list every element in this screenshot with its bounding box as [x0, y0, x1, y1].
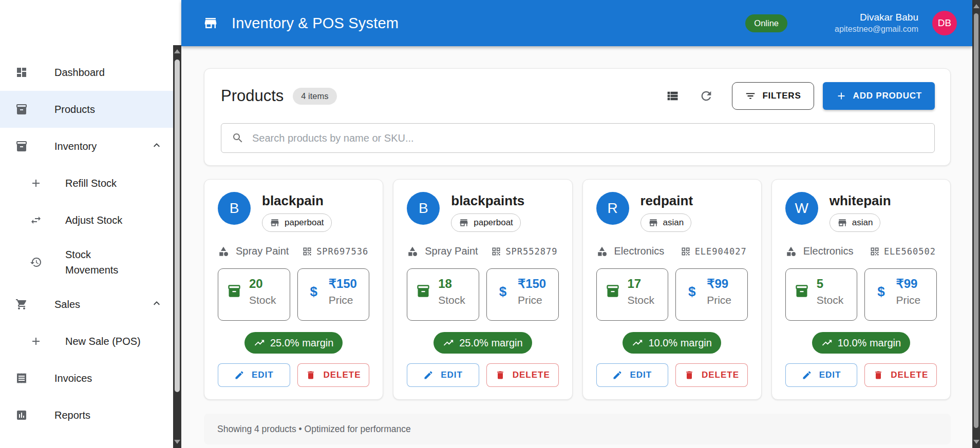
delete-button[interactable]: DELETE	[864, 363, 937, 387]
category-icon	[218, 246, 229, 257]
sidebar-item-invoices[interactable]: Invoices	[0, 360, 173, 397]
product-sku: ELE904027	[695, 246, 747, 257]
filters-button[interactable]: FILTERS	[732, 82, 814, 110]
sidebar: Dashboard Products Inventory Refill Stoc…	[0, 0, 173, 448]
dashboard-icon	[15, 66, 28, 79]
trash-icon	[495, 370, 505, 380]
avatar[interactable]: DB	[932, 11, 957, 35]
cart-icon	[15, 298, 28, 310]
page-title: Products	[221, 87, 284, 105]
sidebar-nav: Dashboard Products Inventory Refill Stoc…	[0, 54, 173, 434]
edit-button[interactable]: EDIT	[596, 363, 669, 387]
filters-button-label: FILTERS	[762, 91, 801, 101]
inventory-box-icon	[227, 284, 241, 300]
items-count-badge: 4 items	[293, 88, 336, 105]
sidebar-item-products[interactable]: Products	[0, 91, 173, 128]
product-stats: 18 Stock $ ₹150 Price	[407, 268, 558, 321]
qr-code-icon	[302, 246, 312, 257]
dollar-icon: $	[496, 285, 510, 298]
page-scrollbar-thumb[interactable]	[974, 13, 978, 428]
delete-button[interactable]: DELETE	[675, 363, 748, 387]
list-view-icon[interactable]	[665, 89, 680, 103]
delete-button-label: DELETE	[891, 370, 928, 380]
edit-button[interactable]: EDIT	[785, 363, 858, 387]
sidebar-scrollbar[interactable]	[173, 45, 181, 448]
plus-icon	[30, 335, 42, 347]
page-scrollbar[interactable]	[972, 0, 980, 448]
sidebar-item-label: Adjust Stock	[65, 212, 142, 228]
sidebar-item-label: Inventory	[54, 141, 97, 152]
pencil-icon	[802, 370, 812, 380]
sidebar-item-label: Refill Stock	[65, 176, 142, 191]
sidebar-item-new-sale-pos[interactable]: New Sale (POS)	[0, 323, 173, 360]
product-avatar: B	[218, 192, 251, 225]
scroll-down-arrow-icon[interactable]	[973, 440, 979, 444]
price-value: ₹150	[329, 277, 357, 291]
scroll-up-arrow-icon[interactable]	[174, 49, 180, 53]
dollar-icon: $	[874, 285, 888, 298]
edit-button[interactable]: EDIT	[218, 363, 290, 387]
brand-chip: paperboat	[262, 213, 332, 232]
margin-badge: 25.0% margin	[244, 332, 343, 354]
sidebar-item-inventory[interactable]: Inventory	[0, 128, 173, 165]
scroll-down-arrow-icon[interactable]	[174, 440, 180, 444]
sidebar-item-label: New Sale (POS)	[65, 334, 147, 349]
price-label: Price	[896, 294, 920, 306]
sidebar-item-refill-stock[interactable]: Refill Stock	[0, 165, 173, 202]
search-input[interactable]	[252, 132, 926, 144]
history-icon	[30, 256, 42, 268]
edit-button[interactable]: EDIT	[407, 363, 479, 387]
delete-button[interactable]: DELETE	[297, 363, 370, 387]
brand-chip: asian	[830, 213, 881, 232]
stock-value: 5	[817, 277, 844, 291]
product-sku: ELE560502	[884, 246, 936, 257]
edit-button-label: EDIT	[252, 370, 274, 380]
stock-stat-box: 5 Stock	[785, 268, 858, 321]
product-sku: SPR697536	[316, 246, 368, 257]
price-stat-box: $ ₹99 Price	[864, 268, 937, 321]
plus-icon	[30, 177, 42, 189]
product-avatar: W	[785, 192, 818, 225]
sidebar-item-sales[interactable]: Sales	[0, 286, 173, 323]
trash-icon	[306, 370, 316, 380]
refresh-icon[interactable]	[699, 89, 713, 103]
store-icon	[459, 218, 469, 228]
trending-up-icon	[254, 337, 265, 348]
sidebar-item-stock-movements[interactable]: Stock Movements	[0, 239, 173, 286]
edit-button-label: EDIT	[441, 370, 463, 380]
brand-chip-label: paperboat	[474, 218, 513, 228]
sidebar-item-reports[interactable]: Reports	[0, 397, 173, 434]
product-card: B blackpaints paperboat Spray Paint SPR5…	[393, 179, 572, 400]
qr-code-icon	[681, 246, 691, 257]
sidebar-scrollbar-thumb[interactable]	[175, 60, 180, 392]
product-meta-row: Spray Paint SPR697536	[218, 245, 369, 257]
price-value: ₹150	[518, 277, 546, 291]
add-product-button[interactable]: ADD PRODUCT	[823, 82, 935, 110]
stock-value: 18	[438, 277, 465, 291]
app-header: Inventory & POS System Online Divakar Ba…	[181, 0, 972, 46]
delete-button[interactable]: DELETE	[486, 363, 559, 387]
user-name: Divakar Babu	[835, 11, 918, 24]
pencil-icon	[234, 370, 244, 380]
sidebar-item-dashboard[interactable]: Dashboard	[0, 54, 173, 91]
price-label: Price	[518, 294, 546, 306]
product-category: Electronics	[614, 245, 665, 257]
product-card-header: B blackpain paperboat	[218, 192, 369, 232]
delete-button-label: DELETE	[702, 370, 739, 380]
price-label: Price	[707, 294, 731, 306]
sidebar-item-adjust-stock[interactable]: Adjust Stock	[0, 202, 173, 239]
bar-chart-icon	[15, 409, 28, 421]
stock-label: Stock	[817, 294, 844, 306]
brand-chip: paperboat	[451, 213, 521, 232]
add-product-button-label: ADD PRODUCT	[853, 91, 922, 101]
scroll-up-arrow-icon[interactable]	[973, 4, 979, 8]
price-stat-box: $ ₹150 Price	[486, 268, 559, 321]
product-stats: 17 Stock $ ₹99 Price	[596, 268, 748, 321]
price-label: Price	[329, 294, 357, 306]
price-value: ₹99	[707, 277, 731, 291]
stock-label: Stock	[438, 294, 465, 306]
app-title: Inventory & POS System	[232, 15, 399, 32]
margin-badge-label: 25.0% margin	[270, 337, 333, 349]
status-badge: Online	[745, 14, 787, 32]
delete-button-label: DELETE	[513, 370, 550, 380]
